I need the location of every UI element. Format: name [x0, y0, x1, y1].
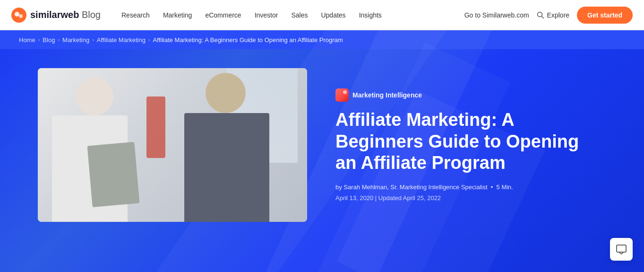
- nav-item-insights[interactable]: Insights: [353, 8, 387, 23]
- breadcrumb-sep-2: ›: [58, 37, 60, 43]
- article-info: Marketing Intelligence Affiliate Marketi…: [335, 88, 625, 202]
- clipboard: [87, 142, 140, 207]
- breadcrumb-sep-4: ›: [148, 37, 150, 43]
- navbar: similarweb Blog Research Marketing eComm…: [0, 0, 644, 30]
- category-label: Marketing Intelligence: [352, 91, 422, 99]
- search-area[interactable]: Explore: [537, 11, 569, 19]
- breadcrumb-blog[interactable]: Blog: [43, 36, 55, 44]
- logo[interactable]: similarweb Blog: [11, 8, 101, 23]
- breadcrumb-current: Affiliate Marketing: A Beginners Guide t…: [153, 36, 343, 44]
- nav-item-updates[interactable]: Updates: [315, 8, 351, 23]
- image-placeholder: [38, 68, 307, 222]
- nav-item-sales[interactable]: Sales: [285, 8, 313, 23]
- get-started-button[interactable]: Get started: [577, 7, 633, 24]
- bg-person: [146, 97, 165, 158]
- svg-point-2: [19, 14, 23, 18]
- nav-item-marketing[interactable]: Marketing: [157, 8, 197, 23]
- nav-links: Research Marketing eCommerce Investor Sa…: [116, 8, 464, 23]
- man-suit: [184, 113, 269, 222]
- breadcrumb-marketing[interactable]: Marketing: [62, 36, 89, 44]
- svg-point-1: [15, 12, 19, 17]
- svg-rect-5: [617, 245, 626, 252]
- search-icon: [537, 11, 544, 19]
- article-author: by Sarah Mehlman, Sr. Marketing Intellig…: [335, 184, 625, 191]
- nav-item-ecommerce[interactable]: eCommerce: [199, 8, 247, 23]
- hero-content: Marketing Intelligence Affiliate Marketi…: [0, 49, 644, 246]
- explore-label: Explore: [547, 11, 569, 19]
- hero-section: Home › Blog › Marketing › Affiliate Mark…: [0, 30, 644, 272]
- chat-icon: [616, 244, 627, 255]
- nav-item-research[interactable]: Research: [116, 8, 155, 23]
- head-man: [206, 73, 246, 113]
- breadcrumb-sep-1: ›: [38, 37, 40, 43]
- article-date: April 13, 2020 | Updated April 25, 2022: [335, 194, 625, 202]
- svg-line-4: [541, 16, 543, 18]
- head-woman: [76, 78, 113, 115]
- nav-right: Go to Similarweb.com Explore Get started: [464, 7, 633, 24]
- chat-widget[interactable]: [610, 238, 633, 261]
- breadcrumb-sep-3: ›: [92, 37, 94, 43]
- article-title: Affiliate Marketing: A Beginners Guide t…: [335, 109, 600, 174]
- article-hero-image: [38, 68, 307, 222]
- category-badge: Marketing Intelligence: [335, 88, 422, 102]
- category-icon: [335, 88, 349, 102]
- breadcrumb-home[interactable]: Home: [19, 36, 35, 44]
- breadcrumb-bar: Home › Blog › Marketing › Affiliate Mark…: [0, 30, 644, 49]
- breadcrumb-affiliate-marketing[interactable]: Affiliate Marketing: [97, 36, 146, 44]
- logo-icon: [11, 8, 26, 23]
- nav-item-investor[interactable]: Investor: [249, 8, 284, 23]
- breadcrumb: Home › Blog › Marketing › Affiliate Mark…: [19, 36, 343, 44]
- go-to-similarweb-link[interactable]: Go to Similarweb.com: [464, 11, 529, 19]
- logo-wordmark: similarweb Blog: [30, 9, 101, 20]
